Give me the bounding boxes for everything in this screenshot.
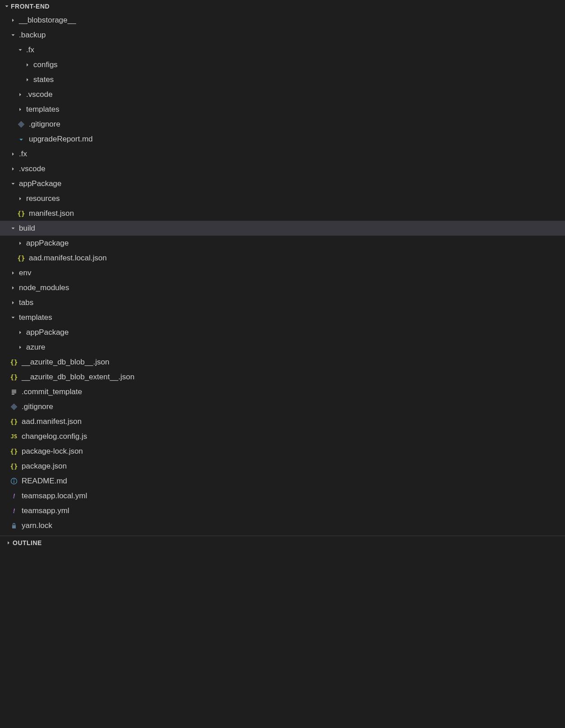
tree-item-label: __azurite_db_blob__.json: [22, 358, 109, 367]
folder-row[interactable]: .fx: [0, 42, 565, 57]
json-icon: {}: [9, 417, 19, 427]
file-row[interactable]: !teamsapp.local.yml: [0, 488, 565, 503]
chevron-right-icon: [23, 76, 32, 84]
gitignore-icon: [16, 119, 26, 129]
tree-item-label: appPackage: [26, 239, 69, 248]
file-row[interactable]: .gitignore: [0, 399, 565, 414]
info-icon: [9, 476, 19, 486]
file-row[interactable]: !teamsapp.yml: [0, 503, 565, 518]
tree-item-label: upgradeReport.md: [29, 135, 93, 144]
chevron-right-icon: [16, 239, 24, 247]
file-row[interactable]: yarn.lock: [0, 518, 565, 533]
file-row[interactable]: {}aad.manifest.json: [0, 414, 565, 429]
tree-item-label: env: [19, 268, 31, 278]
markdown-icon: [16, 134, 26, 144]
tree-item-label: .commit_template: [22, 387, 82, 396]
folder-row[interactable]: .vscode: [0, 161, 565, 176]
file-row[interactable]: {}__azurite_db_blob_extent__.json: [0, 369, 565, 384]
tree-item-label: aad.manifest.local.json: [29, 254, 107, 263]
tree-item-label: states: [33, 75, 54, 84]
chevron-right-icon: [5, 539, 13, 547]
tree-item-label: templates: [19, 313, 52, 322]
folder-row[interactable]: azure: [0, 340, 565, 355]
json-icon: {}: [9, 372, 19, 382]
tree-item-label: teamsapp.yml: [22, 506, 69, 515]
folder-row[interactable]: build: [0, 221, 565, 236]
chevron-right-icon: [16, 343, 24, 351]
json-icon: {}: [16, 253, 26, 263]
text-file-icon: [9, 387, 19, 397]
lock-icon: [9, 521, 19, 531]
folder-row[interactable]: .vscode: [0, 87, 565, 102]
chevron-right-icon: [9, 16, 17, 24]
chevron-right-icon: [16, 195, 24, 203]
folder-row[interactable]: appPackage: [0, 176, 565, 191]
file-row[interactable]: {}aad.manifest.local.json: [0, 250, 565, 265]
folder-row[interactable]: templates: [0, 102, 565, 117]
json-icon: {}: [9, 461, 19, 471]
chevron-down-icon: [16, 46, 24, 54]
tree-item-label: package.json: [22, 462, 67, 471]
file-row[interactable]: {}package.json: [0, 459, 565, 473]
folder-row[interactable]: env: [0, 265, 565, 280]
folder-row[interactable]: configs: [0, 57, 565, 72]
tree-item-label: manifest.json: [29, 209, 74, 218]
js-icon: JS: [9, 432, 19, 441]
tree-item-label: appPackage: [26, 328, 69, 337]
tree-item-label: resources: [26, 194, 60, 203]
tree-item-label: .fx: [26, 46, 34, 55]
tree-item-label: configs: [33, 60, 58, 69]
file-row[interactable]: .gitignore: [0, 117, 565, 132]
tree-item-label: __azurite_db_blob_extent__.json: [22, 373, 134, 382]
tree-item-label: yarn.lock: [22, 521, 52, 530]
file-row[interactable]: {}__azurite_db_blob__.json: [0, 355, 565, 369]
folder-row[interactable]: resources: [0, 191, 565, 206]
file-row[interactable]: {}package-lock.json: [0, 444, 565, 459]
folder-row[interactable]: states: [0, 72, 565, 87]
tree-item-label: appPackage: [19, 179, 62, 188]
file-row[interactable]: JSchangelog.config.js: [0, 429, 565, 444]
tree-item-label: package-lock.json: [22, 447, 83, 456]
chevron-right-icon: [23, 61, 32, 69]
folder-row[interactable]: templates: [0, 310, 565, 325]
tree-item-label: .fx: [19, 150, 27, 159]
yaml-icon: !: [9, 506, 19, 516]
folder-row[interactable]: tabs: [0, 295, 565, 310]
folder-row[interactable]: .backup: [0, 27, 565, 42]
tree-item-label: .vscode: [26, 90, 53, 99]
file-tree: __blobstorage__.backup.fxconfigsstates.v…: [0, 13, 565, 533]
chevron-right-icon: [16, 91, 24, 99]
outline-label: OUTLINE: [13, 539, 42, 546]
chevron-right-icon: [9, 269, 17, 277]
chevron-right-icon: [9, 165, 17, 173]
tree-item-label: azure: [26, 343, 46, 352]
tree-item-label: .gitignore: [29, 120, 60, 129]
chevron-right-icon: [9, 299, 17, 307]
file-row[interactable]: .commit_template: [0, 384, 565, 399]
folder-row[interactable]: appPackage: [0, 236, 565, 250]
json-icon: {}: [16, 209, 26, 218]
chevron-down-icon: [3, 2, 11, 10]
chevron-down-icon: [9, 224, 17, 232]
folder-row[interactable]: node_modules: [0, 280, 565, 295]
json-icon: {}: [9, 446, 19, 456]
folder-row[interactable]: .fx: [0, 146, 565, 161]
json-icon: {}: [9, 357, 19, 367]
file-row[interactable]: {}manifest.json: [0, 206, 565, 221]
file-row[interactable]: README.md: [0, 473, 565, 488]
svg-point-1: [14, 479, 14, 480]
tree-item-label: teamsapp.local.yml: [22, 491, 87, 500]
chevron-right-icon: [9, 150, 17, 158]
tree-item-label: node_modules: [19, 283, 69, 292]
tree-item-label: templates: [26, 105, 59, 114]
tree-item-label: README.md: [22, 477, 67, 486]
folder-row[interactable]: __blobstorage__: [0, 13, 565, 27]
outline-header[interactable]: OUTLINE: [0, 536, 565, 549]
explorer-root-header[interactable]: FRONT-END: [0, 0, 565, 13]
chevron-down-icon: [9, 31, 17, 39]
chevron-right-icon: [9, 284, 17, 292]
folder-row[interactable]: appPackage: [0, 325, 565, 340]
svg-rect-2: [14, 481, 14, 483]
file-row[interactable]: upgradeReport.md: [0, 132, 565, 146]
gitignore-icon: [9, 402, 19, 412]
